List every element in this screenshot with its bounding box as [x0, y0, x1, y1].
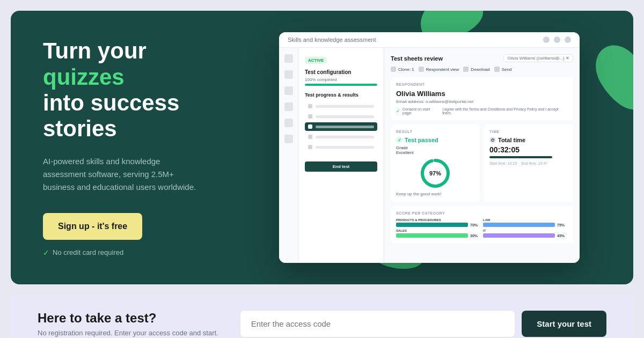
- respondent-view-action[interactable]: Respondent view: [419, 67, 459, 72]
- menu-item-4[interactable]: [305, 133, 377, 141]
- mockup-ctrl-2: [554, 36, 560, 43]
- progress-label: 100% completed: [305, 77, 377, 82]
- active-badge: ACTIVE: [305, 57, 327, 64]
- mockup-header: Skills and knowledge assessment: [279, 32, 580, 48]
- hero-right-mockup: Skills and knowledge assessment: [236, 16, 633, 279]
- donut-chart: 97%: [419, 157, 451, 189]
- end-test-button[interactable]: End test: [305, 161, 377, 172]
- category-sales: SALES 30%: [396, 229, 481, 238]
- cat-name-sales: SALES: [396, 229, 481, 232]
- mockup-body: ACTIVE Test configuration 100% completed…: [279, 48, 580, 263]
- bottom-heading: Here to take a test?: [38, 311, 218, 326]
- clone-label: Clone: 1: [398, 67, 414, 72]
- cat-pct-products: 70%: [470, 223, 481, 227]
- end-time: 10:47: [538, 161, 548, 165]
- menu-item-5[interactable]: [305, 143, 377, 151]
- result-status-text: Test passed: [405, 137, 438, 143]
- sidebar-icon-4: [284, 102, 293, 111]
- email-value: o.williams@testportal.net: [426, 99, 473, 104]
- respondent-view-label: Respondent view: [426, 67, 459, 72]
- access-code-input[interactable]: [240, 310, 516, 337]
- menu-line-3: [316, 126, 374, 128]
- sidebar-icon-6: [284, 135, 293, 143]
- menu-item-3-active[interactable]: [305, 122, 377, 131]
- mockup-ctrl-1: [543, 36, 550, 43]
- category-it: IT 45%: [483, 229, 568, 238]
- results-grid: RESULT ✓ Test passed Grade Excellent: [391, 124, 573, 202]
- cat-bar-fill-sales: [396, 233, 468, 238]
- send-icon: [494, 67, 500, 72]
- menu-item-2[interactable]: [305, 112, 377, 121]
- time-icon: ⏱: [489, 137, 496, 143]
- menu-icon-1: [308, 104, 312, 108]
- signup-button[interactable]: Sign up - it's free: [43, 213, 142, 240]
- clone-icon: [391, 67, 396, 72]
- panel-header: Test sheets review Olivia Williams (cwil…: [391, 54, 573, 62]
- respondent-name: Olivia Williams: [396, 90, 568, 98]
- cat-bar-fill-it: [483, 233, 555, 238]
- menu-line-2: [316, 115, 374, 118]
- action-row: Clone: 1 Respondent view Download S: [391, 67, 573, 72]
- cat-pct-sales: 30%: [470, 234, 481, 238]
- consent-label: Consent on start page:: [402, 107, 440, 115]
- start-test-button[interactable]: Start your test: [522, 311, 606, 337]
- bottom-section: Here to take a test? No registration req…: [11, 295, 633, 338]
- checkmark-icon: ✓: [43, 248, 49, 257]
- consent-row: ✓ Consent on start page: I agree with th…: [396, 107, 568, 115]
- start-time: 10:15: [508, 161, 517, 165]
- category-products: PRODUCTS & PROCEDURES 70%: [396, 218, 481, 227]
- category-card: SCORE PER CATEGORY PRODUCTS & PROCEDURES…: [391, 206, 573, 243]
- menu-icon-3: [308, 124, 312, 129]
- grade-label: Grade: [396, 145, 408, 150]
- respondent-selector[interactable]: Olivia Williams (cwilliams@...) ✕: [503, 54, 573, 62]
- cat-pct-law: 75%: [557, 223, 568, 227]
- time-title-text: Total time: [498, 137, 525, 143]
- donut-percent: 97%: [429, 170, 441, 177]
- respondent-view-icon: [419, 67, 424, 72]
- progress-fill: [305, 84, 377, 86]
- download-action[interactable]: Download: [463, 67, 490, 72]
- time-detail: Start time: 10:15 End time: 10:47: [489, 161, 568, 165]
- cat-bar-fill-law: [483, 223, 555, 227]
- send-label: Send: [502, 67, 512, 72]
- cat-name-it: IT: [483, 229, 568, 232]
- start-time-label: Start time: [489, 161, 506, 165]
- cat-bar-fill-products: [396, 223, 468, 227]
- menu-line-5: [316, 146, 374, 149]
- title-end: into success stories: [43, 90, 179, 141]
- hero-section: Turn your quizzes into success stories A…: [11, 11, 633, 284]
- sidebar-icon-2: [284, 70, 293, 79]
- menu-icon-5: [308, 145, 312, 149]
- grade-value: Excellent: [396, 150, 474, 155]
- mockup-controls: [543, 36, 571, 43]
- sidebar-icon-1: [284, 54, 293, 63]
- bottom-subtext: No registration required. Enter your acc…: [38, 329, 218, 337]
- progress-bar-container: 100% completed: [305, 77, 377, 86]
- progress-bar: [305, 84, 377, 86]
- end-time-label: End time: [521, 161, 536, 165]
- cat-bar-products: 70%: [396, 223, 481, 227]
- cat-bar-law: 75%: [483, 223, 568, 227]
- category-law: LAW 75%: [483, 218, 568, 227]
- sidebar-icon-5: [284, 119, 293, 127]
- respondent-email: Email address: o.williams@testportal.net: [396, 99, 568, 104]
- time-progress-bar: [489, 156, 552, 158]
- respondent-section-label: RESPONDENT: [396, 83, 568, 86]
- title-highlight: quizzes: [43, 64, 125, 90]
- desc-grade: Keep up the good work!: [396, 192, 474, 196]
- download-icon: [463, 67, 469, 72]
- mockup-window-title: Skills and knowledge assessment: [288, 36, 376, 43]
- time-value: 00:32:05: [489, 145, 568, 154]
- mockup-middle-panel: ACTIVE Test configuration 100% completed…: [298, 48, 384, 263]
- time-card: TIME ⏱ Total time 00:32:05 Start time: 1…: [484, 124, 573, 202]
- result-card: RESULT ✓ Test passed Grade Excellent: [391, 124, 480, 202]
- title-start: Turn your: [43, 38, 147, 63]
- consent-check-icon: ✓: [396, 108, 400, 114]
- app-mockup: Skills and knowledge assessment: [279, 32, 580, 263]
- cat-pct-it: 45%: [557, 234, 568, 238]
- menu-icon-4: [308, 135, 312, 139]
- no-credit-text: No credit card required: [53, 248, 123, 256]
- clone-action: Clone: 1: [391, 67, 414, 72]
- send-action[interactable]: Send: [494, 67, 512, 72]
- menu-item-1[interactable]: [305, 102, 377, 111]
